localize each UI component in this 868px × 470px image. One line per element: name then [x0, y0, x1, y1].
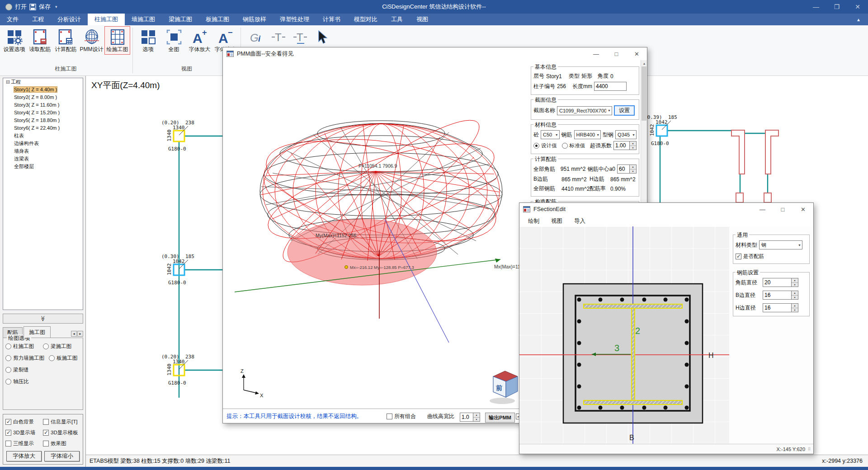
annotate-script-icon[interactable]: Gi — [249, 30, 264, 45]
spin-up-icon[interactable]: ▲ — [630, 165, 636, 169]
spin-up-icon[interactable]: ▲ — [473, 413, 480, 418]
scroll-up-icon[interactable]: ▲ — [641, 60, 647, 66]
tree-item-story2[interactable]: Story2( Z = 8.00m ) — [3, 94, 83, 101]
steel-select[interactable]: Q345▼ — [615, 130, 637, 139]
tree-collapse-button[interactable]: ≫ — [3, 314, 83, 324]
overstrength-spinner[interactable]: ▲▼ — [613, 141, 637, 150]
radio-beam-drawing[interactable]: 梁施工图 — [43, 343, 80, 350]
radio-standard-value[interactable]: 标准值 — [562, 142, 589, 149]
font-enlarge-button[interactable]: A+ 字体放大 — [187, 26, 212, 55]
design-point-marker[interactable] — [345, 266, 348, 269]
tree-item-story5[interactable]: Story5( Z = 18.80m ) — [3, 117, 83, 124]
checkbox-white-bg[interactable]: 白色背景 — [5, 418, 43, 425]
checkbox-all-combinations[interactable]: 所有组合 — [387, 413, 416, 420]
read-rebar-button[interactable]: 读取配筋 — [27, 26, 53, 55]
scroll-thumb[interactable] — [642, 66, 646, 121]
spin-down-icon[interactable]: ▼ — [792, 308, 798, 312]
settings-options-button[interactable]: 设置选项 — [1, 26, 27, 55]
spin-up-icon[interactable]: ▲ — [792, 291, 798, 296]
close-icon[interactable]: ✕ — [847, 0, 868, 14]
quickaccess-dropdown-icon[interactable]: ▾ — [55, 5, 57, 9]
save-icon[interactable] — [29, 4, 36, 10]
menu-beam-drawing[interactable]: 梁施工图 — [162, 14, 199, 25]
fsection-window[interactable]: FSectionEdit — □ ✕ 绘制 视图 导入 — [519, 202, 814, 454]
aspect-ratio-spinner[interactable]: ▲▼ — [460, 413, 480, 422]
text-tool-icon[interactable]: T — [271, 30, 286, 45]
font-enlarge-side-button[interactable]: 字体放大 — [6, 451, 42, 461]
menu-tools[interactable]: 工具 — [384, 14, 410, 25]
menu-wall-drawing[interactable]: 墙施工图 — [125, 14, 162, 25]
material-type-select[interactable]: 钢▼ — [759, 240, 802, 249]
spin-up-icon[interactable]: ▲ — [630, 141, 636, 146]
tab-drawing[interactable]: 施工图 — [24, 326, 51, 338]
resize-grip-icon[interactable]: ⠿ — [808, 448, 812, 453]
menu-column-drawing[interactable]: 柱施工图 — [88, 14, 125, 25]
save-button[interactable]: 保存 — [39, 3, 51, 11]
spin-down-icon[interactable]: ▼ — [792, 296, 798, 300]
tab-scroll-right-icon[interactable]: ► — [77, 331, 83, 337]
tree-root[interactable]: ⊟工程 — [3, 78, 83, 86]
tree-item-all-stories[interactable]: 全部楼层 — [3, 163, 83, 170]
minimize-icon[interactable]: — — [586, 47, 606, 60]
pmm-3d-view[interactable]: P=11054.1 7906.9 My(Max)=1152.256 Mx=-21… — [223, 60, 528, 409]
menu-view[interactable]: 视图 — [545, 217, 568, 225]
open-button[interactable]: 打开 — [15, 3, 27, 11]
close-icon[interactable]: ✕ — [793, 203, 813, 216]
corner-dia-spinner[interactable]: ▲▼ — [763, 278, 798, 287]
radio-axial-ratio[interactable]: 轴压比 — [5, 378, 43, 385]
h-dia-spinner[interactable]: ▲▼ — [763, 303, 798, 312]
b-dia-spinner[interactable]: ▲▼ — [763, 291, 798, 300]
view-cube[interactable]: 前 — [490, 371, 518, 404]
column-square-cyan[interactable] — [656, 125, 667, 136]
ribbon-collapse-icon[interactable]: ▲ — [849, 14, 868, 25]
section-set-button[interactable]: 设置 — [614, 105, 635, 116]
pmm-design-button[interactable]: PMM设计 — [79, 26, 104, 55]
tree-item-edge-members[interactable]: 边缘构件表 — [3, 140, 83, 147]
full-view-button[interactable]: 全图 — [161, 26, 187, 55]
tree-item-coupling-beams[interactable]: 连梁表 — [3, 155, 83, 163]
checkbox-3d-wall[interactable]: 3D显示墙 — [5, 429, 43, 436]
tree-item-story4[interactable]: Story4( Z = 15.20m ) — [3, 109, 83, 117]
menu-draw[interactable]: 绘制 — [522, 217, 545, 225]
draw-construction-button[interactable]: 绘施工图 — [104, 26, 130, 55]
calc-rebar-button[interactable]: 计算配筋 — [53, 26, 79, 55]
tree-item-column-table[interactable]: 柱表 — [3, 132, 83, 140]
spin-down-icon[interactable]: ▼ — [630, 146, 636, 150]
tab-scroll-left-icon[interactable]: ◄ — [71, 331, 77, 337]
concrete-select[interactable]: C50▼ — [541, 130, 560, 139]
spin-up-icon[interactable]: ▲ — [792, 278, 798, 283]
minimize-icon[interactable]: — — [806, 0, 826, 14]
tree-item-story3[interactable]: Story3( Z = 11.60m ) — [3, 101, 83, 109]
maximize-icon[interactable]: □ — [606, 47, 627, 60]
spin-down-icon[interactable]: ▼ — [792, 283, 798, 287]
checkbox-has-rebar[interactable]: 是否配筋 — [736, 253, 771, 260]
maximize-icon[interactable]: □ — [773, 203, 793, 216]
radio-column-drawing[interactable]: 柱施工图 — [5, 343, 43, 350]
checkbox-info-display[interactable]: 信息显示[T] — [43, 418, 80, 425]
section-name-select[interactable]: C1099_Rect700X700_▼ — [557, 106, 612, 115]
checkbox-3d-view[interactable]: 三维显示 — [5, 440, 43, 447]
menu-slab-drawing[interactable]: 板施工图 — [199, 14, 236, 25]
menu-view[interactable]: 视图 — [410, 14, 435, 25]
menu-calc-book[interactable]: 计算书 — [316, 14, 347, 25]
export-pmm-button[interactable]: 输出PMM — [485, 413, 515, 423]
tree-expand-icon[interactable]: ⊟ — [6, 78, 11, 86]
menu-project[interactable]: 工程 — [25, 14, 51, 25]
menu-analysis[interactable]: 分析设计 — [51, 14, 88, 25]
rebar-center-spinner[interactable]: ▲▼ — [617, 164, 637, 174]
menu-elastoplastic[interactable]: 弹塑性处理 — [273, 14, 316, 25]
restore-icon[interactable]: ❐ — [826, 0, 847, 14]
radio-design-value[interactable]: 设计值 — [533, 142, 560, 149]
spin-down-icon[interactable]: ▼ — [473, 418, 480, 422]
minimize-icon[interactable]: — — [752, 203, 773, 216]
close-icon[interactable]: ✕ — [627, 47, 647, 60]
menu-rebar-detailing[interactable]: 钢筋放样 — [236, 14, 273, 25]
cursor-icon[interactable] — [314, 30, 330, 45]
checkbox-render[interactable]: 效果图 — [43, 440, 80, 447]
font-shrink-side-button[interactable]: 字体缩小 — [44, 451, 80, 461]
spin-down-icon[interactable]: ▼ — [630, 169, 636, 174]
fsection-titlebar[interactable]: FSectionEdit — □ ✕ — [519, 203, 813, 216]
section-canvas[interactable]: 2 3 H B — [519, 226, 729, 444]
menu-model-compare[interactable]: 模型对比 — [347, 14, 384, 25]
text-tool-alt-icon[interactable]: T — [292, 30, 308, 45]
